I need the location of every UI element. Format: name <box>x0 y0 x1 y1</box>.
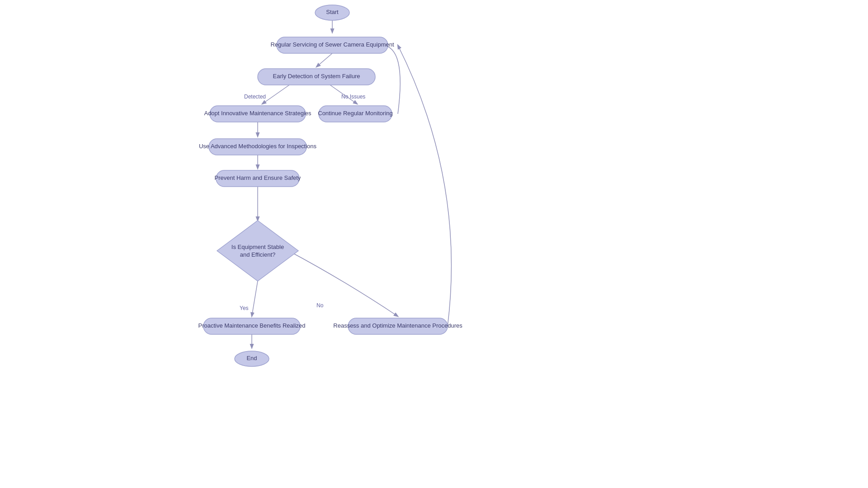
arrow-diamond-to-reassess <box>288 251 398 316</box>
arrow-monitoring-to-servicing <box>381 45 400 114</box>
regular-servicing-label: Regular Servicing of Sewer Camera Equipm… <box>270 41 394 48</box>
diamond-label-line1: Is Equipment Stable <box>231 244 284 250</box>
reassess-label: Reassess and Optimize Maintenance Proced… <box>333 322 462 329</box>
reassess-node: Reassess and Optimize Maintenance Proced… <box>333 318 462 334</box>
svg-marker-7 <box>217 221 298 281</box>
use-advanced-label: Use Advanced Methodologies for Inspectio… <box>199 143 317 150</box>
proactive-maintenance-node: Proactive Maintenance Benefits Realized <box>198 318 305 334</box>
no-label: No <box>316 302 324 309</box>
arrow-servicing-to-detection <box>316 53 332 67</box>
adopt-innovative-label: Adopt Innovative Maintenance Strategies <box>204 110 311 117</box>
prevent-harm-node: Prevent Harm and Ensure Safety <box>215 170 301 187</box>
end-node: End <box>235 351 269 366</box>
yes-label: Yes <box>240 305 249 311</box>
diamond-label-line2: and Efficient? <box>240 251 276 258</box>
use-advanced-node: Use Advanced Methodologies for Inspectio… <box>199 139 317 155</box>
arrow-reassess-to-servicing <box>398 45 451 326</box>
arrow-diamond-to-proactive <box>252 281 258 316</box>
continue-monitoring-label: Continue Regular Monitoring <box>318 110 392 117</box>
early-detection-node: Early Detection of System Failure <box>258 69 375 85</box>
regular-servicing-node: Regular Servicing of Sewer Camera Equipm… <box>270 37 394 53</box>
equipment-stable-diamond: Is Equipment Stable and Efficient? <box>217 221 298 281</box>
early-detection-label: Early Detection of System Failure <box>273 73 360 80</box>
detected-label: Detected <box>244 94 266 100</box>
arrow-detection-to-adopt <box>262 85 289 104</box>
end-label: End <box>246 355 257 361</box>
no-issues-label: No Issues <box>341 94 365 100</box>
continue-monitoring-node: Continue Regular Monitoring <box>318 106 392 122</box>
adopt-innovative-node: Adopt Innovative Maintenance Strategies <box>204 106 311 122</box>
prevent-harm-label: Prevent Harm and Ensure Safety <box>215 174 301 181</box>
proactive-label: Proactive Maintenance Benefits Realized <box>198 322 305 329</box>
start-node: Start <box>315 5 349 20</box>
start-label: Start <box>326 9 339 15</box>
